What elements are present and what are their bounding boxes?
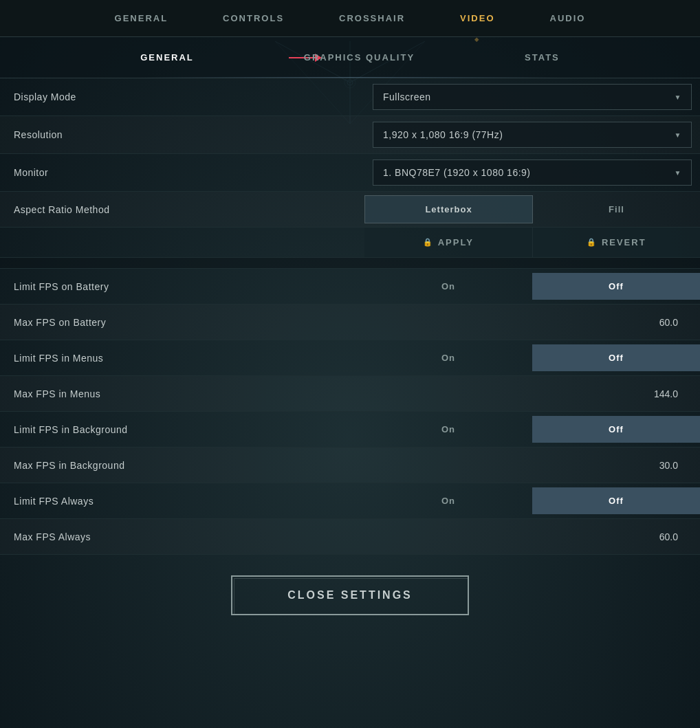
max-fps-battery-value: 60.0 <box>364 311 700 333</box>
dropdown-arrow-icon: ▼ <box>675 93 681 101</box>
limit-fps-background-group: On Off <box>364 416 700 443</box>
max-fps-always-label: Max FPS Always <box>0 522 364 552</box>
resolution-dropdown-arrow-icon: ▼ <box>675 131 681 139</box>
aspect-ratio-value: Letterbox Fill <box>364 195 700 223</box>
display-mode-label: Display Mode <box>0 82 364 112</box>
limit-fps-background-row: Limit FPS in Background On Off <box>0 412 700 448</box>
monitor-value: 1. BNQ78E7 (1920 x 1080 16:9) ▼ <box>364 154 700 191</box>
apply-button[interactable]: 🔒 APPLY <box>364 228 533 257</box>
limit-fps-menus-row: Limit FPS in Menus On Off <box>0 340 700 376</box>
limit-fps-always-label: Limit FPS Always <box>0 486 364 516</box>
nav-item-controls[interactable]: CONTROLS <box>195 0 311 37</box>
limit-fps-battery-label: Limit FPS on Battery <box>0 272 364 302</box>
monitor-row: Monitor 1. BNQ78E7 (1920 x 1080 16:9) ▼ <box>0 154 700 192</box>
max-fps-menus-number: 144.0 <box>373 388 692 399</box>
aspect-ratio-group: Letterbox Fill <box>364 195 700 223</box>
limit-fps-always-off[interactable]: Off <box>532 487 700 514</box>
top-nav: GENERAL CONTROLS CROSSHAIR VIDEO AUDIO <box>0 0 700 37</box>
monitor-label: Monitor <box>0 157 364 188</box>
max-fps-battery-number: 60.0 <box>373 317 692 328</box>
resolution-dropdown[interactable]: 1,920 x 1,080 16:9 (77Hz) ▼ <box>373 122 692 148</box>
display-mode-dropdown[interactable]: Fullscreen ▼ <box>373 84 692 110</box>
limit-fps-battery-value: On Off <box>364 273 700 300</box>
nav-item-audio[interactable]: AUDIO <box>523 0 613 37</box>
resolution-value: 1,920 x 1,080 16:9 (77Hz) ▼ <box>364 116 700 153</box>
limit-fps-battery-group: On Off <box>364 273 700 300</box>
limit-fps-battery-off[interactable]: Off <box>532 273 700 300</box>
limit-fps-menus-group: On Off <box>364 344 700 371</box>
max-fps-always-value: 60.0 <box>364 526 700 548</box>
max-fps-background-value: 30.0 <box>364 454 700 476</box>
nav-item-crosshair[interactable]: CROSSHAIR <box>311 0 433 37</box>
aspect-fill-button[interactable]: Fill <box>533 195 700 223</box>
max-fps-background-row: Max FPS in Background 30.0 <box>0 448 700 483</box>
subnav-stats[interactable]: STATS <box>470 52 615 63</box>
nav-item-general[interactable]: GENERAL <box>87 0 196 37</box>
nav-item-video[interactable]: VIDEO <box>433 0 522 37</box>
subnav-graphics[interactable]: GRAPHICS QUALITY <box>249 52 470 63</box>
resolution-label: Resolution <box>0 120 364 150</box>
display-mode-row: Display Mode Fullscreen ▼ <box>0 78 700 116</box>
revert-lock-icon: 🔒 <box>587 238 598 247</box>
revert-button[interactable]: 🔒 REVERT <box>533 228 701 257</box>
resolution-row: Resolution 1,920 x 1,080 16:9 (77Hz) ▼ <box>0 116 700 154</box>
settings-area: Display Mode Fullscreen ▼ Resolution 1,9… <box>0 78 700 555</box>
resolution-selected: 1,920 x 1,080 16:9 (77Hz) <box>383 129 503 140</box>
limit-fps-menus-value: On Off <box>364 344 700 371</box>
limit-fps-battery-on[interactable]: On <box>364 273 532 300</box>
apply-label: APPLY <box>438 237 474 247</box>
apply-lock-icon: 🔒 <box>423 238 434 247</box>
max-fps-menus-value: 144.0 <box>364 383 700 405</box>
limit-fps-background-on[interactable]: On <box>364 416 532 443</box>
limit-fps-menus-label: Limit FPS in Menus <box>0 343 364 373</box>
aspect-ratio-row: Aspect Ratio Method Letterbox Fill <box>0 192 700 228</box>
page-wrapper: GENERAL CONTROLS CROSSHAIR VIDEO AUDIO G… <box>0 0 700 728</box>
limit-fps-menus-off[interactable]: Off <box>532 344 700 371</box>
limit-fps-always-on[interactable]: On <box>364 487 532 514</box>
limit-fps-always-row: Limit FPS Always On Off <box>0 483 700 519</box>
max-fps-always-number: 60.0 <box>373 531 692 542</box>
monitor-selected: 1. BNQ78E7 (1920 x 1080 16:9) <box>383 167 531 178</box>
display-mode-value: Fullscreen ▼ <box>364 78 700 115</box>
main-content: Display Mode Fullscreen ▼ Resolution 1,9… <box>0 78 700 728</box>
max-fps-battery-row: Max FPS on Battery 60.0 <box>0 305 700 340</box>
subnav-general[interactable]: GENERAL <box>85 52 249 63</box>
max-fps-background-number: 30.0 <box>373 460 692 471</box>
limit-fps-background-value: On Off <box>364 416 700 443</box>
monitor-dropdown-arrow-icon: ▼ <box>675 169 681 177</box>
close-settings-button[interactable]: CLOSE SETTINGS <box>231 575 469 615</box>
display-mode-selected: Fullscreen <box>383 91 431 102</box>
max-fps-menus-label: Max FPS in Menus <box>0 379 364 409</box>
max-fps-menus-row: Max FPS in Menus 144.0 <box>0 376 700 412</box>
limit-fps-always-value: On Off <box>364 487 700 514</box>
section-spacer <box>0 258 700 269</box>
monitor-dropdown[interactable]: 1. BNQ78E7 (1920 x 1080 16:9) ▼ <box>373 159 692 186</box>
max-fps-always-row: Max FPS Always 60.0 <box>0 519 700 555</box>
max-fps-battery-label: Max FPS on Battery <box>0 307 364 338</box>
limit-fps-battery-row: Limit FPS on Battery On Off <box>0 269 700 305</box>
limit-fps-menus-on[interactable]: On <box>364 344 532 371</box>
limit-fps-background-off[interactable]: Off <box>532 416 700 443</box>
limit-fps-always-group: On Off <box>364 487 700 514</box>
aspect-letterbox-button[interactable]: Letterbox <box>364 195 533 223</box>
aspect-ratio-label: Aspect Ratio Method <box>0 195 364 225</box>
sub-nav-items: GENERAL GRAPHICS QUALITY STATS <box>85 52 615 63</box>
close-settings-wrapper: CLOSE SETTINGS <box>0 555 700 643</box>
max-fps-background-label: Max FPS in Background <box>0 450 364 481</box>
sub-nav: GENERAL GRAPHICS QUALITY STATS <box>0 37 700 78</box>
limit-fps-background-label: Limit FPS in Background <box>0 415 364 445</box>
action-row: 🔒 APPLY 🔒 REVERT <box>0 228 700 258</box>
revert-label: REVERT <box>602 237 646 247</box>
